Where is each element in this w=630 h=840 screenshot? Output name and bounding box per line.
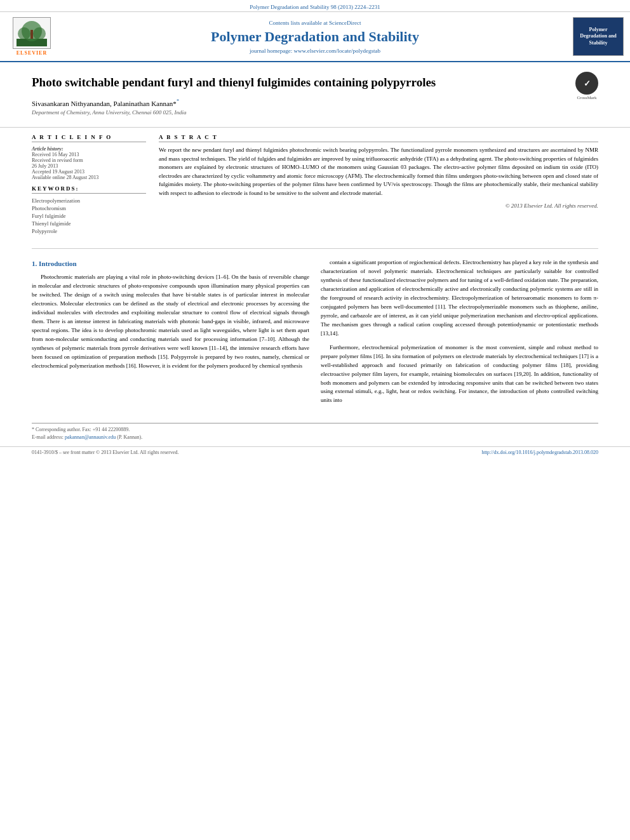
crossmark-label: CrossMark — [575, 95, 598, 100]
copyright: © 2013 Elsevier Ltd. All rights reserved… — [159, 203, 598, 209]
crossmark-icon: ✓ — [575, 72, 598, 95]
keyword-4: Thienyl fulgimide — [32, 220, 146, 227]
revised-date: 26 July 2013 — [32, 163, 146, 169]
article-info-heading: A R T I C L E I N F O — [32, 134, 146, 142]
journal-ref-text: Polymer Degradation and Stability 98 (20… — [250, 4, 380, 10]
body-para-right-1: contain a significant proportion of regi… — [321, 258, 598, 338]
keywords-heading: Keywords: — [32, 185, 146, 194]
revised-label: Received in revised form — [32, 157, 146, 163]
keyword-2: Photochromism — [32, 205, 146, 211]
elsevier-logo-image — [13, 17, 51, 49]
history-group: Article history: Received 16 May 2013 Re… — [32, 146, 146, 180]
elsevier-logo: ELSEVIER — [6, 17, 57, 56]
journal-homepage: journal homepage: www.elsevier.com/locat… — [250, 48, 380, 54]
body-col-left: 1. Introduction Photochromic materials a… — [32, 258, 309, 410]
email-footnote: E-mail address: pakannan@annauniv.edu (P… — [32, 434, 598, 440]
crossmark-badge: ✓ CrossMark — [575, 72, 598, 100]
affiliation: Department of Chemistry, Anna University… — [32, 109, 598, 116]
body-para-right-2: Furthermore, electrochemical polymerizat… — [321, 343, 598, 406]
keyword-3: Furyl fulgimide — [32, 213, 146, 219]
accepted-date: Accepted 19 August 2013 — [32, 169, 146, 175]
abstract-text: We report the new pendant furyl and thie… — [159, 146, 598, 197]
svg-text:✓: ✓ — [584, 79, 591, 88]
footnote-area: * Corresponding author. Fax: +91 44 2220… — [32, 423, 598, 440]
bottom-bar: 0141-3910/$ – see front matter © 2013 El… — [0, 446, 630, 458]
elsevier-brand-text: ELSEVIER — [17, 50, 47, 56]
issn-text: 0141-3910/$ – see front matter © 2013 El… — [32, 450, 179, 455]
svg-point-3 — [33, 27, 46, 40]
keyword-1: Electropolymerization — [32, 197, 146, 204]
svg-rect-4 — [30, 30, 33, 39]
keyword-5: Polypyrrole — [32, 228, 146, 234]
online-date: Available online 28 August 2013 — [32, 175, 146, 180]
svg-point-2 — [18, 27, 30, 40]
journal-header: ELSEVIER Contents lists available at Sci… — [0, 12, 630, 62]
intro-para-1: Photochromic materials are playing a vit… — [32, 273, 309, 370]
corresponding-author: * Corresponding author. Fax: +91 44 2220… — [32, 427, 598, 432]
keywords-section: Keywords: Electropolymerization Photochr… — [32, 185, 146, 234]
article-info-abstract: A R T I C L E I N F O Article history: R… — [0, 128, 630, 248]
doi-link: http://dx.doi.org/10.1016/j.polymdegrads… — [481, 450, 598, 455]
intro-heading: 1. Introduction — [32, 258, 309, 269]
authors: Sivasankaran Nithyanandan, Palaninathan … — [32, 98, 598, 107]
abstract-heading: A B S T R A C T — [159, 134, 598, 142]
journal-title: Polymer Degradation and Stability — [211, 29, 419, 45]
journal-header-center: Contents lists available at ScienceDirec… — [64, 17, 566, 56]
journal-logo-box: Polymer Degradation and Stability — [573, 17, 624, 56]
article-info-panel: A R T I C L E I N F O Article history: R… — [32, 134, 146, 236]
history-label: Article history: — [32, 146, 146, 152]
journal-reference: Polymer Degradation and Stability 98 (20… — [0, 0, 630, 12]
body-text: 1. Introduction Photochromic materials a… — [0, 249, 630, 417]
sciencedirect-label: Contents lists available at ScienceDirec… — [269, 20, 361, 26]
article-header: ✓ CrossMark Photo switchable pendant fur… — [0, 62, 630, 128]
journal-logo-text: Polymer Degradation and Stability — [576, 27, 620, 46]
abstract-section: A B S T R A C T We report the new pendan… — [159, 134, 598, 236]
received-date: Received 16 May 2013 — [32, 152, 146, 157]
article-title: Photo switchable pendant furyl and thien… — [32, 75, 598, 91]
body-col-right: contain a significant proportion of regi… — [321, 258, 598, 410]
